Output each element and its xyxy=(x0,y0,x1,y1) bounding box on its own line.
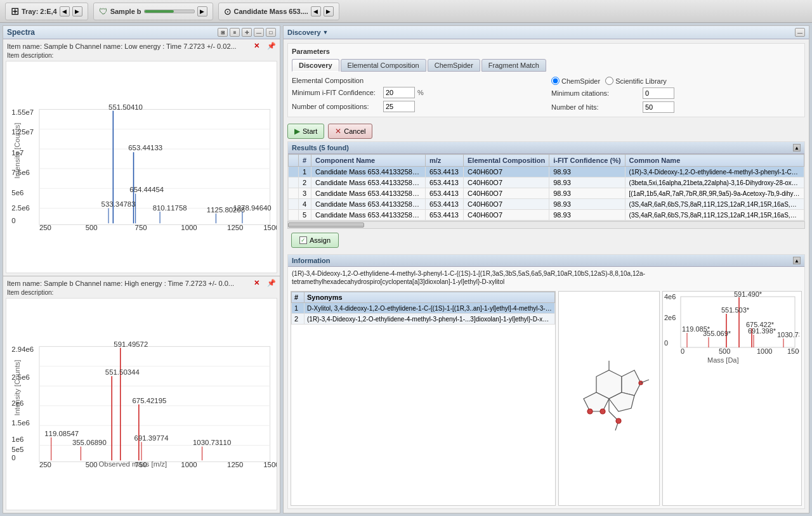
spectra-icon-btn2[interactable]: ≡ xyxy=(230,28,240,37)
svg-text:2.5e6: 2.5e6 xyxy=(11,204,30,212)
mini-spectrum-area: 4e6 2e6 0 591.490* 551.503* xyxy=(662,291,802,506)
candidate-prev-btn[interactable]: ◀ xyxy=(311,6,321,16)
spectra-icon-btn1[interactable]: ⊞ xyxy=(218,28,228,37)
svg-text:1500: 1500 xyxy=(787,347,799,355)
row-component: Candidate Mass 653.441332586718 xyxy=(311,167,426,177)
results-hscroll[interactable] xyxy=(287,221,805,229)
results-scroll-up[interactable]: ▲ xyxy=(793,144,801,152)
row-elemental: C40H60O7 xyxy=(464,167,549,177)
results-row-2[interactable]: 2 Candidate Mass 653.441332586718 653.44… xyxy=(289,177,804,188)
assign-btn-row: ✓ Assign xyxy=(287,230,805,250)
svg-text:250: 250 xyxy=(39,224,51,231)
synonym-row-2[interactable]: 2 (1R)-3,4-Dideoxy-1,2-O-ethylidene-4-me… xyxy=(292,314,555,325)
discovery-minimize-btn[interactable]: — xyxy=(795,28,805,37)
discovery-header: Discovery ▼ — xyxy=(284,26,809,39)
info-scroll-up[interactable]: ▲ xyxy=(793,257,801,264)
svg-point-77 xyxy=(600,409,605,414)
spectrum1-close-btn[interactable]: ✕ xyxy=(254,42,259,50)
svg-text:591.49572: 591.49572 xyxy=(114,340,148,348)
num-hits-input[interactable] xyxy=(643,101,674,113)
tab-chemspider[interactable]: ChemSpider xyxy=(428,59,480,72)
chemspider-radio[interactable] xyxy=(551,77,560,85)
mini-spectrum-svg: 4e6 2e6 0 591.490* 551.503* xyxy=(663,292,799,374)
tray-next-btn[interactable]: ▶ xyxy=(72,6,82,16)
svg-text:1500: 1500 xyxy=(263,224,277,231)
results-row-5[interactable]: 5 Candidate Mass 653.441332586718 653.44… xyxy=(289,210,804,221)
results-table: # Component Name m/z Elemental Compositi… xyxy=(288,154,804,221)
row-elemental: C40H60O7 xyxy=(464,177,549,188)
spectra-maximize-btn[interactable]: □ xyxy=(266,28,276,37)
cancel-icon: ✕ xyxy=(335,127,341,136)
svg-text:551.50344: 551.50344 xyxy=(105,368,140,376)
row-ifit: 98.93 xyxy=(549,199,625,210)
results-section: Results (5 found) ▲ # Component Name m/z… xyxy=(287,141,805,221)
sample-progress-bar xyxy=(144,10,195,13)
discovery-dropdown-arrow[interactable]: ▼ xyxy=(323,29,329,35)
svg-point-76 xyxy=(616,418,621,423)
svg-text:119.08547: 119.08547 xyxy=(44,430,79,437)
sample-next-btn[interactable]: ▶ xyxy=(197,6,207,16)
min-ifit-input[interactable] xyxy=(383,87,415,98)
spectrum1-pin-btn[interactable]: 📌 xyxy=(267,42,276,50)
spectra-controls: ⊞ ≡ ✛ — □ xyxy=(218,28,276,37)
tab-discovery[interactable]: Discovery xyxy=(292,59,339,72)
svg-text:Intensity [Counts]: Intensity [Counts] xyxy=(13,123,21,179)
radio-row: ChemSpider Scientific Library xyxy=(551,77,801,85)
row-elemental: C40H60O7 xyxy=(464,210,549,221)
row-num: 4 xyxy=(299,199,311,210)
results-row-4[interactable]: 4 Candidate Mass 653.441332586718 653.44… xyxy=(289,199,804,210)
svg-text:2e6: 2e6 xyxy=(664,314,676,321)
scientific-library-radio[interactable] xyxy=(605,77,613,85)
spectra-icon-btn3[interactable]: ✛ xyxy=(242,28,252,37)
elemental-comp-label: Elemental Composition xyxy=(292,77,381,84)
spectrum2-pin-btn[interactable]: 📌 xyxy=(267,279,276,287)
svg-text:500: 500 xyxy=(86,224,98,231)
assign-button[interactable]: ✓ Assign xyxy=(291,233,339,248)
results-hscroll-thumb[interactable] xyxy=(288,223,364,228)
molecule-svg xyxy=(561,358,657,440)
svg-text:0: 0 xyxy=(664,339,668,347)
min-citations-input[interactable] xyxy=(643,87,674,99)
row-mz: 653.4413 xyxy=(426,199,464,210)
source-radio-group: ChemSpider Scientific Library xyxy=(551,77,667,85)
row-common: (3S,4aR,6aR,6bS,7S,8aR,11R,12S,12aR,14R,… xyxy=(625,210,804,221)
tab-fragment-match[interactable]: Fragment Match xyxy=(481,59,546,72)
row-num: 2 xyxy=(299,177,311,188)
row-common: (3beta,5xi,16alpha,21beta,22alpha)-3,16-… xyxy=(625,177,804,188)
svg-text:533.34783: 533.34783 xyxy=(102,200,136,208)
candidate-next-btn[interactable]: ▶ xyxy=(324,6,334,16)
svg-text:1250: 1250 xyxy=(227,224,243,231)
parameters-title: Parameters xyxy=(292,48,801,55)
tray-prev-btn[interactable]: ◀ xyxy=(60,6,70,16)
min-citations-label: Minimum citations: xyxy=(551,89,640,97)
molecule-structure xyxy=(558,291,660,506)
svg-text:250: 250 xyxy=(39,461,51,468)
spectrum2-description: Item description: xyxy=(4,288,278,297)
params-left: Elemental Composition Minimum i-FIT Conf… xyxy=(292,77,541,113)
spectra-minimize-btn[interactable]: — xyxy=(254,28,264,37)
svg-text:355.06890: 355.06890 xyxy=(72,439,107,446)
candidate-section: ⊙ Candidate Mass 653.... ◀ ▶ xyxy=(218,3,339,20)
svg-text:Intensity [Counts]: Intensity [Counts] xyxy=(13,360,21,416)
row-flag xyxy=(289,199,299,210)
col-common: Common Name xyxy=(625,155,804,167)
info-title: Information xyxy=(292,257,331,264)
svg-text:1e6: 1e6 xyxy=(11,435,23,443)
svg-text:551.503*: 551.503* xyxy=(721,306,750,314)
col-mz: m/z xyxy=(426,155,464,167)
tab-elemental-composition[interactable]: Elemental Composition xyxy=(341,59,426,72)
svg-text:750: 750 xyxy=(135,224,147,231)
spectra-title: Spectra xyxy=(7,28,35,37)
min-ifit-unit: % xyxy=(417,89,424,96)
results-row-3[interactable]: 3 Candidate Mass 653.441332586718 653.44… xyxy=(289,188,804,199)
syn-col-text: Synonyms xyxy=(304,292,555,303)
chemspider-radio-label[interactable]: ChemSpider xyxy=(551,77,600,85)
start-icon: ▶ xyxy=(294,127,300,136)
start-button[interactable]: ▶ Start xyxy=(287,124,324,139)
cancel-button[interactable]: ✕ Cancel xyxy=(328,124,372,139)
results-row-1[interactable]: 1 Candidate Mass 653.441332586718 653.44… xyxy=(289,167,804,177)
spectrum2-close-btn[interactable]: ✕ xyxy=(254,279,259,287)
num-compositions-input[interactable] xyxy=(383,101,415,112)
sci-library-radio-label[interactable]: Scientific Library xyxy=(605,77,667,85)
synonym-row-1[interactable]: 1 D-Xylitol, 3,4-dideoxy-1,2-O-ethyliden… xyxy=(292,303,555,314)
